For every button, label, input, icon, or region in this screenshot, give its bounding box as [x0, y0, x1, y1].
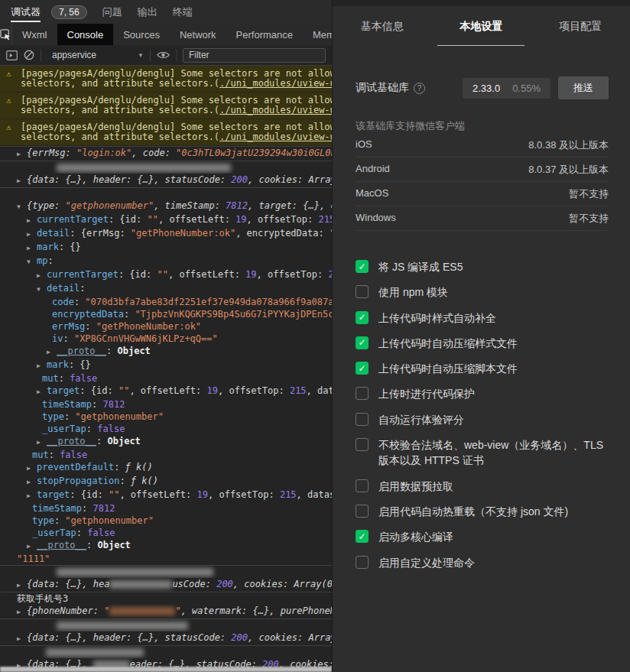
- expand-arrow-icon[interactable]: ▶: [37, 386, 47, 398]
- local-settings-body: 调试基础库 2.33.0 0.55% 推送 该基础库支持微信客户端 iOS8.0…: [333, 49, 630, 672]
- console-source-link[interactable]: ./uni_modules/uview-ui/co: [219, 105, 332, 115]
- settings-checkbox-row[interactable]: 启用自定义处理命令: [356, 555, 609, 570]
- javascript-context-select[interactable]: appservice ▼: [47, 50, 144, 60]
- checkbox-unchecked-icon[interactable]: [356, 505, 369, 518]
- settings-checkbox-row[interactable]: 使用 npm 模块: [356, 284, 609, 300]
- expand-arrow-icon[interactable]: ▶: [37, 360, 47, 372]
- console-text: 19: [245, 269, 256, 280]
- help-question-icon[interactable]: [414, 83, 425, 94]
- tab-performance[interactable]: Performance: [226, 24, 303, 45]
- tab-project-config[interactable]: 项目配置: [531, 20, 630, 49]
- collapse-arrow-icon[interactable]: ▼: [37, 284, 47, 296]
- expand-arrow-icon[interactable]: ▶: [47, 346, 57, 359]
- checkbox-unchecked-icon[interactable]: [356, 438, 369, 451]
- console-text: currentTarget: [37, 214, 109, 225]
- settings-checkbox-row[interactable]: ✓将 JS 编译成 ES5: [356, 259, 609, 274]
- base-library-version: 2.33.0: [472, 83, 500, 94]
- tab-console[interactable]: Console: [57, 24, 114, 45]
- expand-arrow-icon[interactable]: ▶: [27, 229, 37, 241]
- checkbox-checked-icon[interactable]: ✓: [356, 260, 369, 273]
- checkbox-unchecked-icon[interactable]: [356, 413, 369, 426]
- console-text: target: [37, 489, 70, 500]
- base-library-label-text: 调试基础库: [356, 81, 409, 95]
- settings-checkbox-row[interactable]: ✓上传代码时样式自动补全: [356, 310, 609, 326]
- console-text: {type:: [27, 200, 66, 211]
- console-text: "": [148, 214, 158, 225]
- console-source-link[interactable]: ./uni_modules/uview-ui/co: [219, 78, 332, 89]
- tab-network[interactable]: Network: [170, 24, 226, 45]
- expand-arrow-icon[interactable]: ▶: [27, 215, 37, 227]
- console-text: "getPhoneNumber:ok": [131, 228, 235, 239]
- console-text: {data: {…}, header: {…}, statusCode:: [27, 632, 231, 643]
- settings-checkbox-row[interactable]: ✓启动多核心编译: [356, 529, 609, 544]
- expand-arrow-icon[interactable]: ▶: [37, 270, 47, 282]
- checkbox-unchecked-icon[interactable]: [356, 479, 369, 492]
- expand-arrow-icon[interactable]: ▶: [27, 490, 37, 502]
- tab-debugger[interactable]: 调试器: [11, 0, 41, 24]
- console-log-row: ▶{data: {…}, header: {…}, statusCode: 20…: [0, 631, 332, 645]
- settings-checkbox-row[interactable]: ✓上传代码时自动压缩脚本文件: [356, 361, 609, 376]
- console-source-link[interactable]: ./uni_modules/uview-ui/co: [219, 131, 332, 142]
- collapse-arrow-icon[interactable]: ▼: [17, 201, 27, 213]
- warning-icon: ⚠: [6, 69, 11, 79]
- checkbox-checked-icon[interactable]: ✓: [356, 530, 369, 543]
- tab-memory[interactable]: Mem: [303, 24, 332, 45]
- live-expression-eye-icon[interactable]: [157, 50, 170, 60]
- push-button[interactable]: 推送: [558, 76, 609, 99]
- console-text: , code:: [132, 148, 176, 158]
- settings-checkbox-row[interactable]: ✓上传代码时自动压缩样式文件: [356, 336, 609, 351]
- console-text: 获取手机号3: [17, 593, 68, 604]
- settings-checkbox-row[interactable]: 不校验合法域名、web-view（业务域名）、TLS 版本以及 HTTPS 证书: [356, 437, 609, 469]
- console-log-row: encryptedData: "TjpbzVnKQGKPS9Bp4Su6G7iP…: [0, 308, 332, 320]
- console-text: target: [47, 385, 80, 396]
- console-text: :: [82, 503, 93, 514]
- console-text: Object: [107, 436, 140, 446]
- tab-local-settings[interactable]: 本地设置: [432, 20, 531, 49]
- checkbox-checked-icon[interactable]: ✓: [356, 311, 369, 324]
- expand-arrow-icon[interactable]: ▶: [17, 175, 27, 187]
- expand-arrow-icon[interactable]: ▶: [17, 633, 27, 645]
- expand-arrow-icon[interactable]: ▶: [27, 242, 37, 255]
- expand-arrow-icon[interactable]: ▶: [27, 541, 37, 553]
- console-log-row: "1111": [0, 553, 332, 565]
- settings-checkbox-row[interactable]: 上传时进行代码保护: [356, 386, 609, 401]
- settings-checkbox-row[interactable]: 自动运行体验评分: [356, 412, 609, 427]
- checkbox-unchecked-icon[interactable]: [356, 387, 369, 400]
- collapse-arrow-icon[interactable]: ▼: [27, 256, 37, 268]
- support-title: 该基础库支持微信客户端: [356, 119, 609, 133]
- tab-problems-label: 问题: [102, 5, 122, 19]
- checkbox-checked-icon[interactable]: ✓: [356, 336, 369, 349]
- tab-output[interactable]: 输出: [138, 0, 158, 24]
- tab-terminal[interactable]: 终端: [173, 0, 193, 24]
- expand-arrow-icon[interactable]: ▶: [17, 148, 27, 161]
- console-log-row: code: "070d3bfa7abe83df2251ef37e949da078…: [0, 296, 332, 308]
- console-warning-row: ⚠[pages/pagesA/denglu/denglu] Some selec…: [0, 119, 332, 146]
- expand-arrow-icon[interactable]: ▶: [37, 437, 47, 449]
- checkbox-checked-icon[interactable]: ✓: [356, 362, 369, 375]
- base-library-version-select[interactable]: 2.33.0 0.55%: [463, 78, 550, 99]
- console-text: :: [64, 411, 75, 422]
- expand-arrow-icon[interactable]: ▶: [17, 606, 27, 618]
- settings-checkbox-row[interactable]: 启用代码自动热重载（不支持 json 文件): [356, 504, 609, 519]
- clear-console-icon[interactable]: [24, 50, 34, 60]
- tab-wxml[interactable]: Wxml: [12, 24, 57, 45]
- tab-sources[interactable]: Sources: [113, 24, 170, 45]
- checkbox-unchecked-icon[interactable]: [356, 556, 369, 569]
- console-filter-input[interactable]: [183, 48, 326, 63]
- settings-checkbox-row[interactable]: 启用数据预拉取: [356, 479, 609, 494]
- console-text: 200: [231, 174, 248, 185]
- tab-basic-info[interactable]: 基本信息: [333, 20, 432, 49]
- tab-problems[interactable]: 问题: [102, 0, 122, 24]
- console-text: , offsetTop:: [218, 385, 290, 396]
- expand-arrow-icon[interactable]: ▶: [27, 463, 37, 475]
- expand-arrow-icon[interactable]: ▶: [17, 579, 27, 592]
- console-log-row: ▼{type: "getphonenumber", timeStamp: 781…: [0, 200, 332, 213]
- inspect-element-icon[interactable]: [0, 24, 12, 45]
- show-console-sidebar-icon[interactable]: [6, 50, 18, 60]
- console-text: false: [60, 450, 87, 460]
- console-log-row: type: "getphonenumber": [0, 515, 332, 527]
- expand-arrow-icon[interactable]: ▶: [27, 476, 37, 489]
- console-text: :: [96, 436, 107, 446]
- checkbox-unchecked-icon[interactable]: [356, 285, 369, 298]
- checkbox-label: 启动多核心编译: [378, 529, 453, 544]
